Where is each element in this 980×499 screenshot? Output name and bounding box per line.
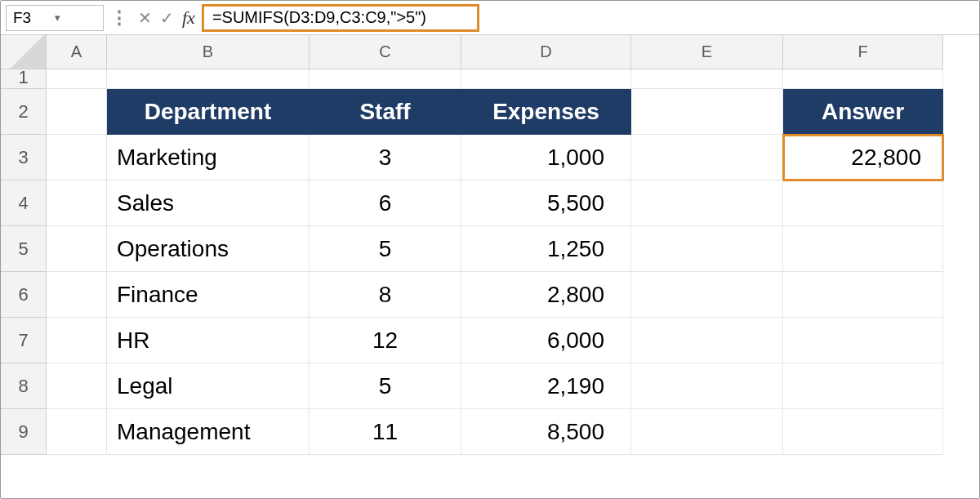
header-expenses[interactable]: Expenses xyxy=(461,89,631,135)
fx-icon[interactable]: fx xyxy=(182,9,195,27)
col-head-c[interactable]: C xyxy=(310,35,461,69)
cell-e8[interactable] xyxy=(631,363,783,409)
cell-f8[interactable] xyxy=(783,363,943,409)
formula-bar-buttons: ✕ ✓ fx xyxy=(135,5,197,31)
cell-a9[interactable] xyxy=(47,409,107,455)
spreadsheet-grid[interactable]: A B C D E F 1 2 Department Staff Expense… xyxy=(1,35,979,455)
row-head-7[interactable]: 7 xyxy=(1,318,47,363)
cell-c7[interactable]: 12 xyxy=(310,318,461,363)
cell-a3[interactable] xyxy=(47,135,107,180)
cell-d4[interactable]: 5,500 xyxy=(461,180,631,226)
cancel-icon[interactable]: ✕ xyxy=(138,10,152,26)
cell-e3[interactable] xyxy=(631,135,783,180)
cell-f5[interactable] xyxy=(783,226,943,272)
cell-c6[interactable]: 8 xyxy=(310,272,461,318)
header-department[interactable]: Department xyxy=(107,89,310,135)
cell-f6[interactable] xyxy=(783,272,943,318)
cell-b6[interactable]: Finance xyxy=(107,272,310,318)
cell-f7[interactable] xyxy=(783,318,943,363)
cell-e5[interactable] xyxy=(631,226,783,272)
cell-f4[interactable] xyxy=(783,180,943,226)
divider-icon: ⋮ xyxy=(109,7,130,29)
cell-b4[interactable]: Sales xyxy=(107,180,310,226)
row-head-2[interactable]: 2 xyxy=(1,89,47,135)
formula-text: =SUMIFS(D3:D9,C3:C9,">5") xyxy=(212,8,426,27)
cell-c5[interactable]: 5 xyxy=(310,226,461,272)
col-head-d[interactable]: D xyxy=(461,35,631,69)
cell-b5[interactable]: Operations xyxy=(107,226,310,272)
header-staff[interactable]: Staff xyxy=(310,89,461,135)
cell-e4[interactable] xyxy=(631,180,783,226)
cell-b8[interactable]: Legal xyxy=(107,363,310,409)
select-all-corner[interactable] xyxy=(1,35,47,69)
cell-d5[interactable]: 1,250 xyxy=(461,226,631,272)
cell-c3[interactable]: 3 xyxy=(310,135,461,180)
cell-a2[interactable] xyxy=(47,89,107,135)
cell-d8[interactable]: 2,190 xyxy=(461,363,631,409)
cell-e6[interactable] xyxy=(631,272,783,318)
cell-d1[interactable] xyxy=(461,69,631,89)
header-answer[interactable]: Answer xyxy=(783,89,943,135)
cell-e2[interactable] xyxy=(631,89,783,135)
formula-bar: F3 ▾ ⋮ ✕ ✓ fx =SUMIFS(D3:D9,C3:C9,">5") xyxy=(1,1,979,35)
cell-c8[interactable]: 5 xyxy=(310,363,461,409)
cell-e7[interactable] xyxy=(631,318,783,363)
col-head-e[interactable]: E xyxy=(631,35,783,69)
row-head-9[interactable]: 9 xyxy=(1,409,47,455)
cell-d9[interactable]: 8,500 xyxy=(461,409,631,455)
cell-c1[interactable] xyxy=(310,69,461,89)
row-head-1[interactable]: 1 xyxy=(1,69,47,89)
name-box-value: F3 xyxy=(13,9,55,27)
cell-a5[interactable] xyxy=(47,226,107,272)
cell-e9[interactable] xyxy=(631,409,783,455)
cell-d3[interactable]: 1,000 xyxy=(461,135,631,180)
cell-d6[interactable]: 2,800 xyxy=(461,272,631,318)
enter-icon[interactable]: ✓ xyxy=(160,10,174,26)
cell-a4[interactable] xyxy=(47,180,107,226)
col-head-a[interactable]: A xyxy=(47,35,107,69)
cell-b1[interactable] xyxy=(107,69,310,89)
cell-c4[interactable]: 6 xyxy=(310,180,461,226)
cell-f9[interactable] xyxy=(783,409,943,455)
cell-a7[interactable] xyxy=(47,318,107,363)
cell-b7[interactable]: HR xyxy=(107,318,310,363)
cell-c9[interactable]: 11 xyxy=(310,409,461,455)
cell-b9[interactable]: Management xyxy=(107,409,310,455)
row-head-4[interactable]: 4 xyxy=(1,180,47,226)
cell-e1[interactable] xyxy=(631,69,783,89)
formula-input[interactable]: =SUMIFS(D3:D9,C3:C9,">5") xyxy=(202,4,479,32)
row-head-6[interactable]: 6 xyxy=(1,272,47,318)
cell-a8[interactable] xyxy=(47,363,107,409)
row-head-5[interactable]: 5 xyxy=(1,226,47,272)
row-head-3[interactable]: 3 xyxy=(1,135,47,180)
cell-a6[interactable] xyxy=(47,272,107,318)
col-head-b[interactable]: B xyxy=(107,35,310,69)
cell-f3-answer[interactable]: 22,800 xyxy=(783,135,943,180)
name-box[interactable]: F3 ▾ xyxy=(6,5,104,31)
row-head-8[interactable]: 8 xyxy=(1,363,47,409)
cell-a1[interactable] xyxy=(47,69,107,89)
col-head-f[interactable]: F xyxy=(783,35,943,69)
cell-b3[interactable]: Marketing xyxy=(107,135,310,180)
cell-f1[interactable] xyxy=(783,69,943,89)
chevron-down-icon[interactable]: ▾ xyxy=(55,11,96,24)
cell-d7[interactable]: 6,000 xyxy=(461,318,631,363)
